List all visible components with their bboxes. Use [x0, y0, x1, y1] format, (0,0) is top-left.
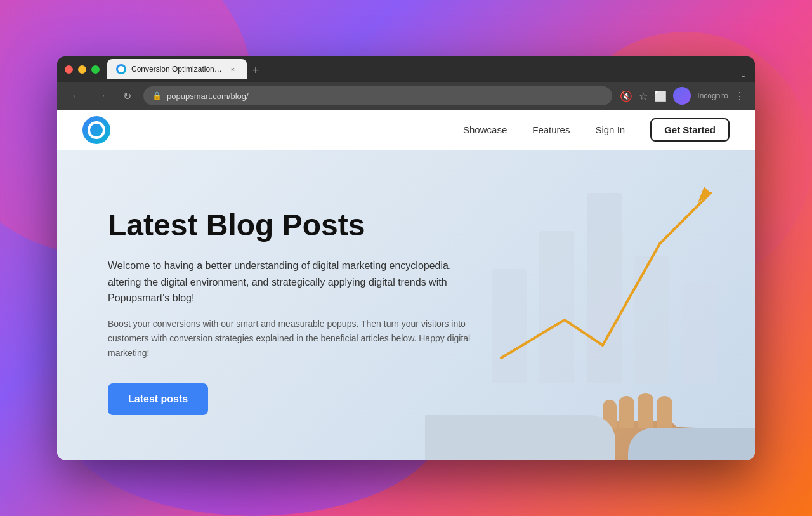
hero-description: Boost your conversions with our smart an…	[108, 317, 476, 361]
menu-button[interactable]: ⋮	[735, 90, 745, 102]
screen-share-icon[interactable]: ⬜	[654, 90, 667, 102]
tab-expand-icon[interactable]: ⌄	[740, 69, 747, 79]
tab-close-button[interactable]: ×	[228, 64, 238, 74]
minimize-button[interactable]	[78, 65, 86, 74]
forward-button[interactable]: →	[93, 87, 110, 105]
get-started-button[interactable]: Get Started	[650, 118, 730, 142]
title-bar: Conversion Optimization & Di... × + ⌄	[57, 56, 755, 82]
nav-features[interactable]: Features	[532, 124, 570, 135]
traffic-lights	[65, 65, 100, 74]
new-tab-button[interactable]: +	[247, 62, 265, 79]
latest-posts-button[interactable]: Latest posts	[108, 383, 208, 415]
hero-content: Latest Blog Posts Welcome to having a be…	[108, 208, 476, 415]
logo-inner	[88, 121, 105, 139]
site-logo[interactable]	[82, 116, 110, 144]
bookmark-icon[interactable]: ☆	[639, 90, 648, 102]
reload-button[interactable]: ↻	[118, 87, 136, 105]
address-right: 🔇 ☆ ⬜ Incognito ⋮	[620, 87, 745, 105]
hero-section: Latest Blog Posts Welcome to having a be…	[57, 150, 755, 460]
subtitle-link[interactable]: digital marketing encyclopedia	[313, 260, 449, 271]
profile-button[interactable]	[673, 87, 691, 105]
mountain-right	[628, 428, 755, 460]
tab-title: Conversion Optimization & Di...	[131, 65, 223, 74]
favicon-inner	[118, 66, 124, 72]
hero-title: Latest Blog Posts	[108, 208, 476, 242]
nav-showcase[interactable]: Showcase	[463, 124, 507, 135]
active-tab[interactable]: Conversion Optimization & Di... ×	[107, 59, 247, 79]
hero-subtitle: Welcome to having a better understanding…	[108, 258, 476, 307]
subtitle-plain: Welcome to having a better understanding…	[108, 260, 313, 271]
close-button[interactable]	[65, 65, 73, 74]
bottom-mountains	[425, 409, 755, 460]
no-audio-icon[interactable]: 🔇	[620, 90, 632, 102]
browser-window: Conversion Optimization & Di... × + ⌄ ← …	[57, 56, 755, 460]
trend-line-svg	[463, 155, 742, 396]
tab-bar: Conversion Optimization & Di... × + ⌄	[107, 59, 747, 79]
mountain-left	[425, 415, 615, 460]
back-button[interactable]: ←	[67, 87, 85, 105]
site-nav: Showcase Features Sign In Get Started	[57, 110, 755, 150]
address-bar: ← → ↻ 🔒 popupsmart.com/blog/ 🔇 ☆ ⬜ Incog…	[57, 82, 755, 110]
nav-links: Showcase Features Sign In Get Started	[463, 118, 730, 142]
nav-sign-in[interactable]: Sign In	[595, 124, 625, 135]
url-bar[interactable]: 🔒 popupsmart.com/blog/	[143, 86, 612, 105]
lock-icon: 🔒	[152, 91, 162, 100]
url-text: popupsmart.com/blog/	[167, 91, 249, 101]
maximize-button[interactable]	[91, 65, 100, 74]
tab-favicon	[116, 64, 126, 74]
website-content: Showcase Features Sign In Get Started La…	[57, 110, 755, 460]
incognito-label: Incognito	[697, 91, 728, 100]
